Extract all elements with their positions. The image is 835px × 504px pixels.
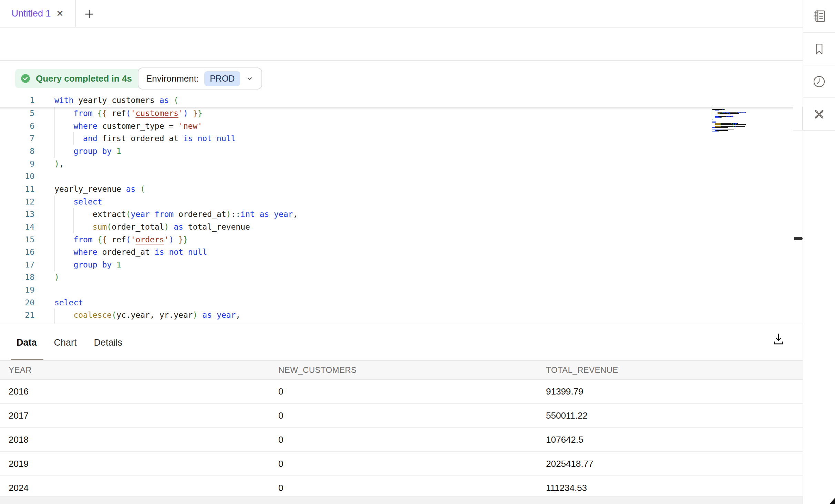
code-text: with yearly_customers as (	[54, 94, 178, 107]
table-cell: 0	[270, 452, 537, 475]
line-number: 7	[0, 132, 34, 145]
code-text: yearly_revenue as (	[54, 183, 145, 196]
line-number: 6	[0, 120, 34, 133]
code-line: 11yearly_revenue as (	[0, 183, 803, 196]
table-body: 2016091399.7920170550011.2220180107642.5…	[0, 380, 803, 500]
code-line: 18)	[0, 271, 803, 284]
column-header: NEW_CUSTOMERS	[270, 361, 537, 379]
table-cell: 0	[270, 428, 537, 451]
bookmark-icon	[812, 41, 827, 56]
tab-untitled-1[interactable]: Untitled 1 ✕	[0, 0, 76, 27]
main-panel: Untitled 1 ✕ Develop Run	[0, 0, 803, 504]
query-status-pill: Query completed in 4s	[15, 69, 141, 88]
download-results-button[interactable]	[771, 332, 786, 347]
code-text: coalesce(yc.year, yr.year) as year,	[54, 309, 240, 322]
chevron-down-icon	[246, 74, 254, 83]
code-line: 21 coalesce(yc.year, yr.year) as year,	[0, 309, 803, 322]
table-cell: 0	[270, 380, 537, 403]
sidebar-history-button[interactable]	[803, 65, 835, 98]
code-text: select	[54, 196, 102, 208]
code-text: sum(order_total) as total_revenue	[54, 221, 250, 233]
code-text: where ordered_at is not null	[54, 246, 207, 259]
new-tab-button[interactable]	[81, 6, 97, 22]
line-number: 17	[0, 259, 34, 271]
table-cell: 550011.22	[537, 404, 803, 427]
notebook-icon	[811, 8, 827, 24]
sidebar-bookmarks-button[interactable]	[803, 33, 835, 65]
download-icon	[771, 332, 786, 347]
code-text: from {{ ref('orders') }}	[54, 233, 188, 246]
sidebar-copilot-button[interactable]	[803, 98, 835, 131]
ref-link[interactable]: orders	[135, 235, 164, 244]
line-number: 8	[0, 145, 34, 158]
table-cell: 107642.5	[537, 428, 803, 451]
code-line: 15 from {{ ref('orders') }}	[0, 233, 803, 246]
line-number: 18	[0, 271, 34, 284]
table-cell: 2016	[0, 380, 270, 403]
check-circle-icon	[20, 73, 31, 84]
table-row: 20180107642.5	[0, 428, 803, 452]
table-row: 201902025418.77	[0, 452, 803, 476]
environment-value-chip: PROD	[204, 71, 240, 86]
code-text: and first_ordered_at is not null	[54, 132, 236, 145]
table-cell: 2017	[0, 404, 270, 427]
code-line: 17 group by 1	[0, 259, 803, 271]
query-status-text: Query completed in 4s	[36, 73, 132, 84]
results-tab-details[interactable]: Details	[94, 337, 123, 348]
code-text: group by 1	[54, 145, 121, 158]
line-number: 13	[0, 208, 34, 221]
table-row: 20170550011.22	[0, 404, 803, 428]
line-number: 21	[0, 309, 34, 322]
copilot-compass-icon	[811, 106, 827, 122]
code-text: )	[54, 271, 59, 284]
horizontal-scrollbar-track[interactable]	[0, 496, 803, 504]
table-cell: 2025418.77	[537, 452, 803, 475]
code-line: 12 select	[0, 196, 803, 208]
line-number: 9	[0, 158, 34, 170]
minimap-line	[712, 131, 754, 133]
code-text: where customer_type = 'new'	[54, 120, 202, 133]
status-row: Query completed in 4s Environment: PROD	[0, 61, 803, 94]
table-cell: 2019	[0, 452, 270, 475]
results-tab-chart[interactable]: Chart	[54, 337, 77, 348]
code-line: 8 group by 1	[0, 145, 803, 158]
code-text: ),	[54, 158, 64, 170]
line-number: 15	[0, 233, 34, 246]
toolbar: Develop Run	[0, 28, 803, 61]
line-number: 10	[0, 170, 34, 183]
code-line: 19	[0, 284, 803, 296]
editor-tab-bar: Untitled 1 ✕	[0, 0, 803, 28]
environment-selector[interactable]: Environment: PROD	[138, 67, 262, 90]
table-cell: 0	[270, 404, 537, 427]
sql-ide-window: Untitled 1 ✕ Develop Run	[0, 0, 835, 504]
code-editor[interactable]: 5 from {{ ref('customers') }}6 where cus…	[0, 94, 803, 324]
ref-link[interactable]: customers	[135, 109, 178, 118]
code-line: 16 where ordered_at is not null	[0, 246, 803, 259]
editor-scrollbar-thumb[interactable]	[794, 237, 803, 240]
sticky-code-line: 1with yearly_customers as (	[0, 94, 803, 107]
code-line: 14 sum(order_total) as total_revenue	[0, 221, 803, 233]
sidebar-notebook-button[interactable]	[803, 0, 835, 33]
code-text: select	[54, 296, 83, 309]
code-line: 6 where customer_type = 'new'	[0, 120, 803, 133]
code-text: extract(year from ordered_at)::int as ye…	[54, 208, 298, 221]
code-line: 20select	[0, 296, 803, 309]
table-cell: 91399.79	[537, 380, 803, 403]
results-tab-bar: DataChartDetails	[0, 324, 803, 361]
line-number: 19	[0, 284, 34, 296]
results-tab-data[interactable]: Data	[17, 337, 37, 348]
line-number: 16	[0, 246, 34, 259]
line-number: 20	[0, 296, 34, 309]
code-line: 13 extract(year from ordered_at)::int as…	[0, 208, 803, 221]
table-row: 2016091399.79	[0, 380, 803, 404]
line-number: 14	[0, 221, 34, 233]
right-sidebar	[803, 0, 835, 504]
plus-icon	[83, 8, 95, 20]
line-number: 11	[0, 183, 34, 196]
table-cell: 2018	[0, 428, 270, 451]
tab-title: Untitled 1	[11, 8, 51, 19]
code-line: 7 and first_ordered_at is not null	[0, 132, 803, 145]
tab-close-icon[interactable]: ✕	[56, 9, 64, 18]
results-table: YEARNEW_CUSTOMERSTOTAL_REVENUE 201609139…	[0, 360, 803, 500]
line-number: 12	[0, 196, 34, 208]
